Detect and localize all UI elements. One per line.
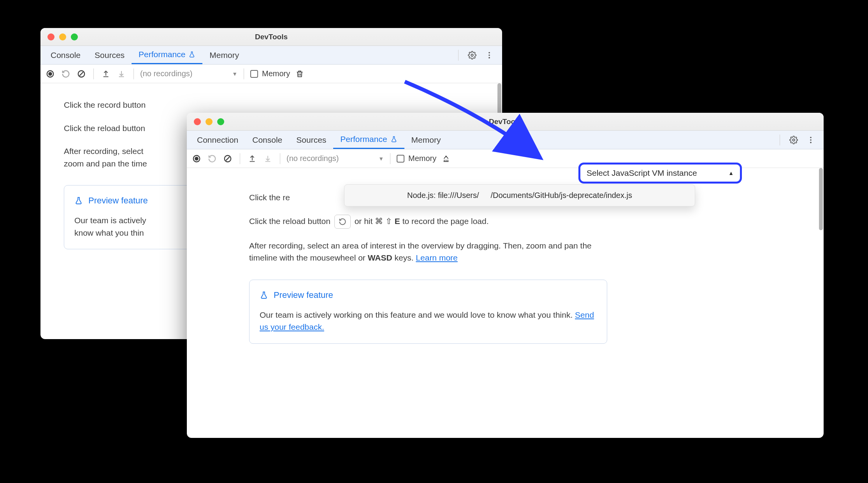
vm-option-text: Node.js: file:///Users/ <box>407 191 479 200</box>
recording-select[interactable]: (no recordings) ▼ <box>286 154 384 163</box>
memory-label: Memory <box>408 154 436 163</box>
maximize-window-button[interactable] <box>71 33 78 40</box>
vm-instance-dropdown: Node.js: file:///Users/ /Documents/GitHu… <box>344 184 695 206</box>
preview-body-text: Our team is actively <box>74 216 146 225</box>
learn-more-link[interactable]: Learn more <box>416 253 457 262</box>
record-button[interactable] <box>191 153 202 164</box>
preview-body-text: know what you thin <box>74 228 144 237</box>
tab-sources[interactable]: Sources <box>289 131 333 149</box>
svg-line-7 <box>79 72 83 75</box>
memory-checkbox[interactable] <box>250 70 258 78</box>
hint-text: Click the reload button <box>249 216 333 225</box>
reload-inline-button[interactable] <box>334 215 351 229</box>
preview-body-text: Our team is actively working on this fea… <box>260 310 575 319</box>
performance-content: Click the re Click the reload button or … <box>187 168 824 438</box>
record-button[interactable] <box>44 68 56 80</box>
svg-point-5 <box>49 72 51 75</box>
more-icon[interactable] <box>483 49 495 61</box>
flask-icon <box>188 51 195 58</box>
collect-garbage-icon[interactable] <box>440 153 452 164</box>
flask-icon <box>260 291 268 299</box>
tab-console[interactable]: Console <box>44 46 88 64</box>
flask-icon <box>74 196 83 205</box>
tab-label: Performance <box>139 50 185 59</box>
svg-point-1 <box>488 52 490 53</box>
tab-label: Memory <box>411 135 441 145</box>
stop-button[interactable] <box>76 68 87 80</box>
close-window-button[interactable] <box>47 33 54 40</box>
maximize-window-button[interactable] <box>217 118 224 125</box>
hint-text: zoom and pan the time <box>64 159 147 168</box>
settings-icon[interactable] <box>466 49 478 61</box>
hint-text: Click the re <box>249 193 290 202</box>
stop-button[interactable] <box>222 153 234 164</box>
tab-label: Console <box>51 51 81 60</box>
tab-label: Memory <box>209 51 239 60</box>
vm-option-text: /Documents/GitHub/js-deprecate/index.js <box>491 191 633 200</box>
hint-text: keys. <box>392 253 416 262</box>
tab-label: Performance <box>340 135 387 144</box>
recording-select[interactable]: (no recordings) ▼ <box>140 69 237 78</box>
vm-instance-select[interactable]: Select JavaScript VM instance ▲ <box>578 163 742 184</box>
devtools-window-2: DevTools Connection Console Sources Perf… <box>187 113 824 438</box>
hint-text: Click the record button <box>64 100 146 109</box>
key-shift: ⇧ <box>385 216 392 225</box>
reload-button[interactable] <box>206 153 218 164</box>
tab-performance[interactable]: Performance <box>333 131 404 149</box>
titlebar: DevTools <box>40 28 502 46</box>
vm-select-label: Select JavaScript VM instance <box>587 168 697 178</box>
chevron-down-icon: ▼ <box>232 71 237 77</box>
key-cmd: ⌘ <box>375 216 383 225</box>
svg-point-2 <box>488 54 490 56</box>
tab-performance[interactable]: Performance <box>132 46 202 64</box>
more-icon[interactable] <box>805 134 817 146</box>
svg-point-3 <box>488 57 490 58</box>
svg-point-8 <box>792 139 795 141</box>
close-window-button[interactable] <box>194 118 201 125</box>
download-icon[interactable] <box>116 68 127 80</box>
preview-title-text: Preview feature <box>88 196 148 206</box>
tab-label: Sources <box>95 51 125 60</box>
tab-label: Console <box>252 135 282 145</box>
hint-text: to record the page load. <box>402 216 489 225</box>
svg-point-11 <box>810 142 812 143</box>
tab-label: Connection <box>197 135 238 145</box>
tab-console[interactable]: Console <box>245 131 289 149</box>
performance-toolbar: (no recordings) ▼ Memory <box>40 65 502 83</box>
flask-icon <box>390 136 397 143</box>
settings-icon[interactable] <box>788 134 799 146</box>
svg-point-13 <box>195 157 198 160</box>
window-title: DevTools <box>187 117 824 126</box>
vm-instance-option[interactable]: Node.js: file:///Users/ /Documents/GitHu… <box>344 185 695 206</box>
hint-text: Click the reload button <box>64 124 145 133</box>
scrollbar[interactable] <box>819 168 823 230</box>
svg-point-10 <box>810 139 812 141</box>
reload-button[interactable] <box>60 68 72 80</box>
tab-memory[interactable]: Memory <box>404 131 448 149</box>
chevron-up-icon: ▲ <box>728 170 734 176</box>
recording-placeholder: (no recordings) <box>140 69 193 78</box>
svg-point-0 <box>471 54 473 56</box>
hint-text: After recording, select <box>64 147 143 156</box>
memory-checkbox[interactable] <box>397 155 404 163</box>
memory-label: Memory <box>262 69 290 78</box>
tab-sources[interactable]: Sources <box>88 46 132 64</box>
minimize-window-button[interactable] <box>59 33 66 40</box>
minimize-window-button[interactable] <box>206 118 213 125</box>
preview-title-text: Preview feature <box>274 290 333 300</box>
recording-placeholder: (no recordings) <box>286 154 339 163</box>
wasd-text: WASD <box>368 253 392 262</box>
panel-tabs: Connection Console Sources Performance M… <box>187 131 824 149</box>
tab-connection[interactable]: Connection <box>190 131 245 149</box>
svg-point-9 <box>810 136 812 138</box>
svg-line-15 <box>226 157 229 160</box>
trash-icon[interactable] <box>294 68 306 80</box>
window-title: DevTools <box>40 33 502 41</box>
upload-icon[interactable] <box>100 68 112 80</box>
chevron-down-icon: ▼ <box>378 156 384 162</box>
tab-memory[interactable]: Memory <box>202 46 246 64</box>
tab-label: Sources <box>296 135 326 145</box>
key-e: E <box>395 216 400 225</box>
upload-icon[interactable] <box>246 153 258 164</box>
download-icon[interactable] <box>262 153 274 164</box>
